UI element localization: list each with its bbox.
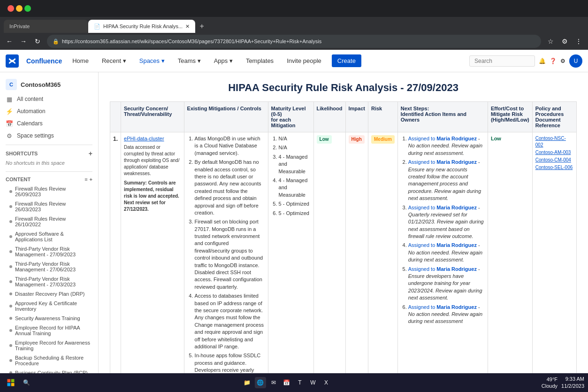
url-bar[interactable]: 🔒 https://contosom365.atlassian.net/wiki… bbox=[47, 35, 541, 48]
sidebar-link-item[interactable]: Third-Party Vendor Risk Management - 27/… bbox=[0, 244, 98, 259]
tab-label: InPrivate bbox=[9, 23, 30, 29]
risk-cell: Medium bbox=[368, 132, 398, 391]
next-steps-label: Next Steps: bbox=[401, 106, 485, 111]
more-icon[interactable]: ⋮ bbox=[573, 36, 584, 47]
workspace-item[interactable]: C ContosoM365 bbox=[0, 76, 98, 93]
extensions-icon[interactable]: ⚙ bbox=[559, 36, 570, 47]
space-settings-label: Space settings bbox=[17, 132, 54, 139]
dot-icon bbox=[9, 305, 12, 307]
bookmark-icon[interactable]: ☆ bbox=[545, 36, 556, 47]
nav-home[interactable]: Home bbox=[69, 55, 92, 66]
sidebar-link-item[interactable]: Firewall Rules Review 26/09/2023 bbox=[0, 184, 98, 199]
new-tab-button[interactable]: + bbox=[195, 20, 208, 33]
sort-icon[interactable]: ≡ bbox=[84, 177, 87, 182]
nav-invite[interactable]: Invite people bbox=[284, 55, 324, 66]
impact-badge: High bbox=[349, 135, 365, 144]
taskbar-file-explorer[interactable]: 📁 bbox=[242, 377, 253, 388]
address-bar-row: ← → ↻ 🔒 https://contosom365.atlassian.ne… bbox=[0, 33, 588, 50]
tab-active[interactable]: 📄 HIPAA Security Rule Risk Analys... ✕ bbox=[88, 20, 195, 33]
search-taskbar[interactable]: 🔍 bbox=[21, 377, 32, 388]
date: 11/2/2023 bbox=[561, 383, 584, 390]
forward-button[interactable]: → bbox=[18, 36, 29, 47]
likelihood-badge: Low bbox=[317, 135, 332, 144]
search-input[interactable] bbox=[469, 55, 535, 67]
mitigation-item: By default MongoDB has no enabled access… bbox=[195, 159, 265, 216]
create-button[interactable]: Create bbox=[332, 54, 361, 67]
taskbar-excel[interactable]: X bbox=[321, 377, 332, 388]
sidebar-link-item[interactable]: Third-Party Vendor Risk Management - 27/… bbox=[0, 259, 98, 274]
assignee-label: Assigned to Maria Rodriguez bbox=[408, 266, 477, 272]
tab-close-icon[interactable]: ✕ bbox=[185, 23, 190, 30]
col-risk-header: Risk bbox=[368, 102, 398, 132]
automation-icon: ⚡ bbox=[6, 108, 13, 115]
nav-apps[interactable]: Apps ▾ bbox=[211, 55, 236, 66]
row-number: 1. bbox=[110, 132, 121, 391]
maturity-item: 4 - Managed and Measurable bbox=[279, 177, 311, 199]
sidebar-link-item[interactable]: Backup Scheduling & Restore Procedure bbox=[0, 353, 98, 368]
sidebar-link-item[interactable]: Approved Software & Applications List bbox=[0, 229, 98, 244]
sidebar-all-content[interactable]: ▦ All content bbox=[0, 93, 98, 105]
add-shortcut-icon[interactable]: + bbox=[89, 150, 92, 157]
table-body: 1.ePHI-data-clusterData accessed or corr… bbox=[110, 132, 577, 391]
nav-recent[interactable]: Recent ▾ bbox=[99, 55, 129, 66]
sidebar-link-item[interactable]: Employee Record for HIPAA Annual Trainin… bbox=[0, 323, 98, 338]
tab-inprivate[interactable]: InPrivate bbox=[4, 20, 88, 33]
sidebar-link-item[interactable]: Approved Key & Certificate Inventory bbox=[0, 299, 98, 314]
sidebar-link-item[interactable]: Firewall Rules Review 26/10/2022 bbox=[0, 214, 98, 229]
maximize-button[interactable] bbox=[24, 5, 31, 12]
main-layout: C ContosoM365 ▦ All content ⚡ Automation… bbox=[0, 72, 588, 390]
condition: Cloudy bbox=[542, 383, 557, 389]
nav-spaces[interactable]: Spaces ▾ bbox=[137, 55, 168, 66]
sidebar-link-item[interactable]: Employee Record for Awareness Training bbox=[0, 338, 98, 353]
minimize-button[interactable] bbox=[16, 5, 23, 12]
sidebar-space-settings[interactable]: ⚙ Space settings bbox=[0, 130, 98, 142]
sidebar-link-label: Third-Party Vendor Risk Management - 27/… bbox=[15, 246, 92, 257]
reload-button[interactable]: ↻ bbox=[32, 36, 43, 47]
sidebar-link-label: Firewall Rules Review 26/09/2023 bbox=[15, 186, 92, 197]
start-button[interactable] bbox=[4, 376, 18, 390]
add-content-icon[interactable]: + bbox=[90, 177, 92, 182]
help-icon[interactable]: ❓ bbox=[550, 58, 557, 64]
maturity-cell: N/AN/A4 - Managed and Measurable4 - Mana… bbox=[268, 132, 313, 391]
policy-ref[interactable]: Contoso-SEL-006 bbox=[535, 164, 573, 171]
workspace-name: ContosoM365 bbox=[21, 81, 61, 88]
sidebar-calendars[interactable]: 📅 Calendars bbox=[0, 117, 98, 130]
confluence-navbar: Confluence Home Recent ▾ Spaces ▾ Teams … bbox=[0, 50, 588, 72]
maturity-item: N/A bbox=[279, 135, 311, 142]
assignee-label: Assigned to Maria Rodriguez bbox=[408, 242, 477, 248]
taskbar-teams[interactable]: T bbox=[294, 377, 305, 388]
taskbar-browser[interactable]: 🌐 bbox=[255, 377, 266, 388]
next-step-item: Assigned to Maria Rodriguez - Quarterly … bbox=[408, 204, 485, 240]
taskbar-calendar[interactable]: 📅 bbox=[281, 377, 292, 388]
notifications-icon[interactable]: 🔔 bbox=[539, 58, 546, 64]
avatar[interactable]: U bbox=[569, 54, 582, 68]
sidebar-automation[interactable]: ⚡ Automation bbox=[0, 105, 98, 117]
sidebar-link-item[interactable]: Disaster Recovery Plan (DRP) bbox=[0, 289, 98, 299]
dot-icon bbox=[9, 280, 12, 283]
clock: 9:33 AM 11/2/2023 bbox=[561, 376, 584, 390]
taskbar-word[interactable]: W bbox=[307, 377, 319, 388]
policy-ref[interactable]: Contoso-AM-003 bbox=[535, 149, 573, 156]
impact-cell: High bbox=[345, 132, 368, 391]
taskbar-email[interactable]: ✉ bbox=[268, 377, 279, 388]
close-button[interactable] bbox=[8, 5, 14, 12]
automation-label: Automation bbox=[17, 108, 46, 115]
back-button[interactable]: ← bbox=[4, 36, 15, 47]
sidebar-link-item[interactable]: Security Awareness Training bbox=[0, 314, 98, 323]
tab-favicon: 📄 bbox=[94, 23, 100, 30]
nav-templates[interactable]: Templates bbox=[243, 55, 276, 66]
sidebar-link-item[interactable]: Third-Party Vendor Risk Management - 27/… bbox=[0, 274, 98, 289]
temperature: 49°F bbox=[542, 376, 557, 383]
policy-ref[interactable]: Contoso-CM-004 bbox=[535, 157, 573, 163]
settings-icon[interactable]: ⚙ bbox=[560, 58, 565, 64]
workspace-icon: C bbox=[6, 79, 17, 90]
threat-link[interactable]: ePHI-data-cluster bbox=[124, 136, 164, 141]
sidebar-link-item[interactable]: Firewall Rules Review 26/03/2023 bbox=[0, 199, 98, 214]
policy-ref[interactable]: Contoso-NSC-002 bbox=[535, 135, 573, 148]
content-area: HIPAA Security Rule Risk Analysis - 27/0… bbox=[99, 72, 588, 390]
taskbar-right: 49°F Cloudy 9:33 AM 11/2/2023 bbox=[542, 376, 584, 390]
nav-teams[interactable]: Teams ▾ bbox=[175, 55, 204, 66]
table-row: 1.ePHI-data-clusterData accessed or corr… bbox=[110, 132, 577, 391]
col-effort-header: Effort/Cost toMitigate Risk(High/Med/Low… bbox=[488, 102, 532, 132]
maturity-item: 5 - Optimized bbox=[279, 200, 311, 208]
